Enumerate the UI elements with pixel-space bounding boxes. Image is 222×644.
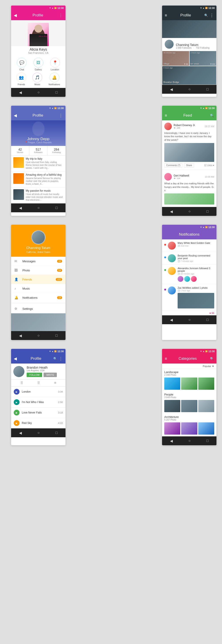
notif-zac: Zac McMiles added 1 photo 🕐 1 hour ago: [162, 284, 216, 311]
feed-avatar-rdj: [164, 122, 172, 130]
landscape-img-2[interactable]: [181, 378, 197, 390]
menu-photo[interactable]: 🖼 Photo 54: [11, 266, 66, 275]
back-icon-4[interactable]: ◀: [14, 356, 17, 361]
nav-home-3[interactable]: ○: [38, 206, 40, 210]
nav-back-feed[interactable]: ◀: [170, 210, 173, 214]
landscape-img-1[interactable]: [164, 378, 180, 390]
post-dog[interactable]: Amazing story of a faithful dog Jacame b…: [11, 172, 66, 188]
nav-recent-cat[interactable]: □: [206, 439, 209, 443]
phone-alicia-keys: ▼ ▲ 📶 12:30 ◀ Profile ⋮ Alicia Keys Alic…: [11, 6, 66, 97]
toolbar-notif: Notifications: [162, 230, 216, 240]
nav-bar-4: ◀ ○ □: [11, 428, 66, 437]
track-love-never-fails[interactable]: ▶ Love Never Fails 3:18: [11, 408, 66, 418]
menu-icon-feed[interactable]: ≡: [165, 113, 167, 118]
time-1: 12:30: [58, 7, 64, 9]
menu-music[interactable]: ♪ Music: [11, 284, 66, 293]
cat-architecture: Architicture 5 207 Photo: [162, 414, 216, 436]
nav-back-4[interactable]: ◀: [19, 431, 22, 435]
search-icon-feed[interactable]: 🔍: [210, 114, 214, 117]
landscape-img-3[interactable]: [198, 378, 214, 390]
time-4: 12:30: [58, 350, 64, 353]
track-red-sky[interactable]: ▶ Red Sky 4:22: [11, 418, 66, 428]
follow-button[interactable]: FOLLOW: [27, 373, 42, 377]
menu-icon-2[interactable]: ≡: [165, 13, 167, 18]
nav-home-2[interactable]: ○: [188, 87, 191, 91]
nav-recent-3[interactable]: □: [56, 206, 58, 210]
search-icon-4[interactable]: 🔍: [53, 357, 57, 360]
back-icon-1[interactable]: ◀: [14, 13, 17, 18]
menu-header: Channing Tatum California, United States: [11, 225, 66, 257]
more-icon-1[interactable]: ⋮: [59, 13, 63, 18]
icon-chat[interactable]: 💬 Chat: [17, 58, 27, 71]
icon-music[interactable]: 🎵 Music: [32, 72, 42, 86]
nav-bar-1: ◀ ○ □: [11, 88, 66, 97]
phone-menu: Channing Tatum California, United States…: [11, 225, 66, 340]
arch-img-1[interactable]: [164, 422, 180, 434]
more-icon-3[interactable]: ⋮: [59, 113, 63, 118]
grid-ny-street[interactable]: NY street 2 hours ago ♥ 214: [189, 51, 217, 66]
profile-title-4: Profile: [19, 356, 53, 361]
nav-recent-4[interactable]: □: [56, 431, 58, 435]
grid-village[interactable]: Village 46 minutes ago ♥ 48: [162, 51, 189, 66]
people-img-1[interactable]: [164, 400, 180, 412]
nav-home-4[interactable]: ○: [38, 431, 40, 435]
menu-friends[interactable]: 👤 Friends 192: [11, 275, 66, 284]
nav-home-notif[interactable]: ○: [188, 318, 191, 322]
nav-back-2[interactable]: ◀: [170, 87, 173, 92]
list-view-tab[interactable]: ⠿: [37, 381, 40, 385]
back-icon-3[interactable]: ◀: [14, 113, 17, 118]
grid-brooklyn-bridge[interactable]: Brooklyn Bridge 6 hours ago: [162, 66, 216, 85]
menu-messages[interactable]: ✉ Messages 16: [11, 257, 66, 266]
comments-btn[interactable]: Comments (7): [164, 163, 182, 168]
profile-title-1: Profile: [19, 13, 57, 18]
sort-button[interactable]: Popular ▼: [203, 365, 214, 368]
search-icon-cat[interactable]: 🔍: [210, 357, 214, 360]
status-bar-2: ▼ ▲ 📶 12:30: [162, 6, 216, 10]
more-icon-4[interactable]: ⋮: [59, 356, 63, 361]
icon-friends[interactable]: 👥 Friends: [16, 72, 26, 86]
nav-recent-feed[interactable]: □: [206, 210, 209, 214]
search-icon-2[interactable]: 🔍: [204, 14, 208, 17]
more-icon-2[interactable]: ⋮: [210, 13, 214, 18]
arch-img-2[interactable]: [181, 422, 197, 434]
nav-recent-menu[interactable]: □: [56, 334, 58, 338]
menu-view-tab[interactable]: ≡: [54, 381, 56, 385]
nav-recent-2[interactable]: □: [206, 87, 209, 91]
cat-sort-row: Popular ▼: [162, 364, 216, 369]
menu-notif[interactable]: 🔔 Notifcations 18: [11, 293, 66, 302]
nav-recent-notif[interactable]: □: [206, 318, 209, 322]
nav-home-cat[interactable]: ○: [188, 439, 191, 443]
share-btn[interactable]: Share: [184, 163, 194, 168]
track-list: ▶ London 3:34 ▶ I'm Not Who I Was 2:50 ▶…: [11, 386, 66, 428]
status-bar-notif: ▼ ▲ 📶 12:30: [162, 225, 216, 230]
nav-back-3[interactable]: ◀: [19, 206, 22, 210]
icon-location[interactable]: 📍 Location: [50, 58, 60, 71]
arch-img-3[interactable]: [198, 422, 214, 434]
post-music[interactable]: My passion for music I love all kinds of…: [11, 188, 66, 204]
nav-recent[interactable]: □: [56, 90, 58, 94]
menu-settings[interactable]: ⚙ Settings: [11, 304, 66, 313]
nav-home[interactable]: ○: [38, 90, 40, 94]
post-italy[interactable]: My trip to Italy I just returned from It…: [11, 156, 66, 172]
user-info-2: Channing Tatum 1 689 Followers • 732 Fol…: [162, 38, 216, 51]
people-img-3[interactable]: [198, 400, 214, 412]
icon-notifications[interactable]: 🔔 Notifcations: [48, 72, 60, 86]
track-london[interactable]: ▶ London 3:34: [11, 386, 66, 397]
icon-gallery[interactable]: 🖼 Gallery: [34, 58, 43, 71]
nav-home-feed[interactable]: ○: [188, 210, 191, 214]
nav-back-cat[interactable]: ◀: [170, 439, 173, 443]
notif-photo: [178, 293, 214, 308]
time-2: 12:30: [208, 7, 215, 9]
nav-back[interactable]: ◀: [19, 90, 22, 94]
messages-icon: ✉: [14, 260, 20, 263]
nav-back-menu[interactable]: ◀: [19, 334, 22, 338]
feed-post-2: Geri Halliwell 👁 114 10:30 AM What a day…: [162, 171, 216, 207]
grid-view-tab[interactable]: ⠿: [20, 381, 23, 385]
people-img-2[interactable]: [181, 400, 197, 412]
write-button[interactable]: WRITE: [44, 373, 56, 377]
nav-home-menu[interactable]: ○: [38, 334, 40, 338]
menu-icon-cat[interactable]: ≡: [165, 356, 167, 361]
track-not-who-i-was[interactable]: ▶ I'm Not Who I Was 2:50: [11, 397, 66, 408]
nav-back-notif[interactable]: ◀: [170, 318, 173, 322]
menu-bg-peek: [11, 313, 66, 331]
